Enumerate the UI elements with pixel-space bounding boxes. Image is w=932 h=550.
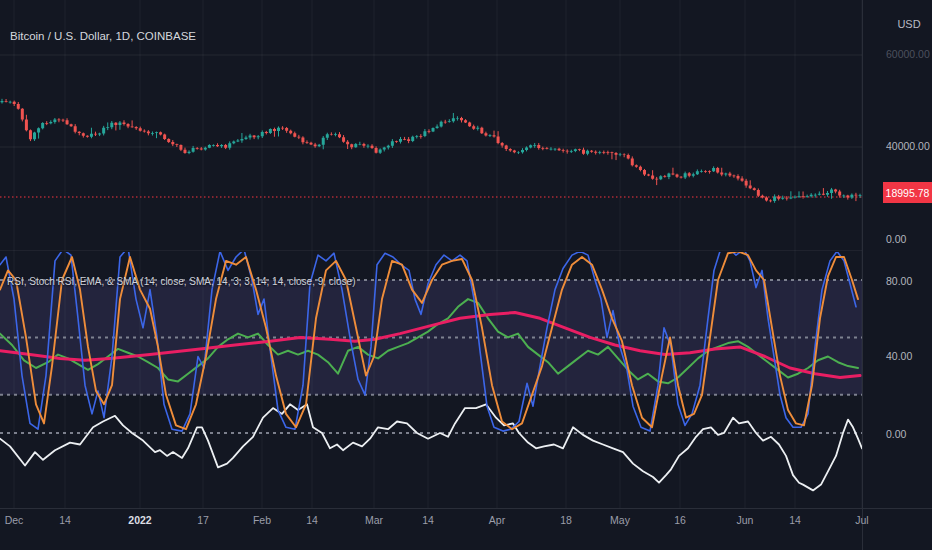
time-axis-label: Apr [489, 514, 505, 526]
rsi-band [0, 280, 862, 395]
indicator-axis-label: 0.00 [886, 428, 906, 440]
last-price-badge: 18995.78 [883, 182, 932, 203]
indicator-axis-label: 40.00 [886, 350, 912, 362]
time-axis-label: 18 [560, 514, 572, 526]
tradingview-chart: Bitcoin / U.S. Dollar, 1D, COINBASE RSI,… [0, 0, 932, 550]
price-axis-label: 60000.00 [886, 48, 930, 60]
white-line-line [0, 404, 862, 490]
indicator-title[interactable]: RSI, Stoch RSI, EMA, & SMA (14, close, S… [7, 276, 355, 287]
time-axis-label: 14 [422, 514, 434, 526]
price-axis-label: 40000.00 [886, 140, 930, 152]
time-axis-label: Mar [365, 514, 383, 526]
time-axis-label: May [610, 514, 630, 526]
candlestick-series [1, 99, 862, 203]
indicator-axis-label: 80.00 [886, 275, 912, 287]
time-axis-border [0, 508, 932, 509]
time-axis-label: 14 [789, 514, 801, 526]
currency-label[interactable]: USD [886, 18, 932, 30]
time-axis-label: Dec [5, 514, 24, 526]
pane-divider[interactable] [0, 250, 862, 253]
time-axis-label: Jul [855, 514, 868, 526]
time-axis-label: 16 [674, 514, 686, 526]
time-axis-label: 17 [197, 514, 209, 526]
time-axis-label: Feb [253, 514, 271, 526]
time-axis-label: 14 [59, 514, 71, 526]
price-axis-label: 0.00 [886, 233, 906, 245]
chart-canvas[interactable] [0, 0, 932, 550]
time-axis-label: 2022 [128, 514, 151, 526]
time-axis-label: Jun [737, 514, 754, 526]
price-axis-border [862, 0, 863, 550]
time-axis-label: 14 [306, 514, 318, 526]
symbol-title[interactable]: Bitcoin / U.S. Dollar, 1D, COINBASE [10, 30, 196, 42]
